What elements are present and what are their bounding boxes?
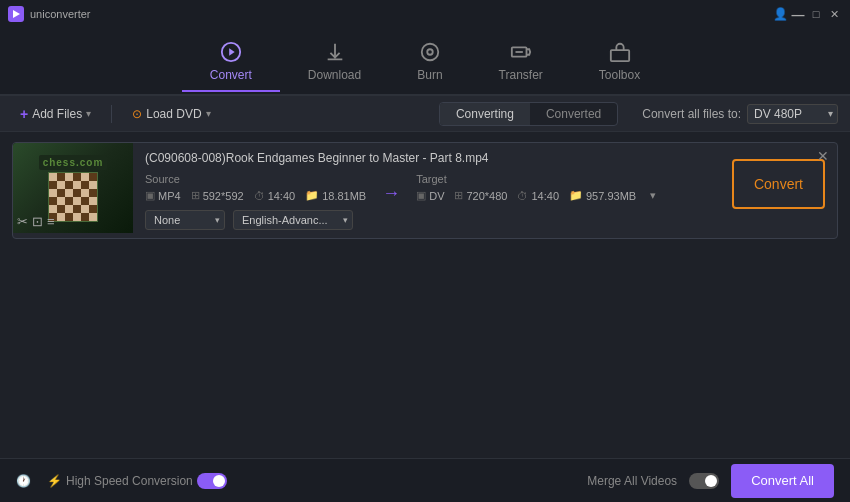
- svg-rect-7: [610, 50, 628, 61]
- load-dvd-label: Load DVD: [146, 107, 201, 121]
- target-size-icon: 📁: [569, 189, 583, 202]
- load-dvd-dropdown-icon[interactable]: ▾: [206, 108, 211, 119]
- nav-item-download[interactable]: Download: [280, 32, 389, 90]
- source-duration: ⏱ 14:40: [254, 190, 296, 202]
- nav-label-download: Download: [308, 68, 361, 82]
- file-info: (C090608-008)Rook Endgames Beginner to M…: [133, 143, 732, 238]
- close-button[interactable]: ✕: [826, 6, 842, 22]
- source-format: ▣ MP4: [145, 189, 181, 202]
- size-icon: 📁: [305, 189, 319, 202]
- svg-marker-2: [229, 48, 235, 55]
- target-format-icon: ▣: [416, 189, 426, 202]
- file-name: (C090608-008)Rook Endgames Beginner to M…: [145, 151, 720, 165]
- convert-all-button[interactable]: Convert All: [731, 464, 834, 498]
- app-title: uniconverter: [30, 8, 91, 20]
- duration-icon: ⏱: [254, 190, 265, 202]
- merge-toggle[interactable]: [689, 473, 719, 489]
- source-resolution: ⊞ 592*592: [191, 189, 244, 202]
- convert-nav-icon: [219, 40, 243, 64]
- thumbnail-controls: ✂ ⊡ ≡: [17, 214, 55, 229]
- svg-marker-0: [13, 10, 20, 18]
- speed-icon: ⚡: [47, 474, 62, 488]
- convert-all-files-group: Convert all files to: DV 480P MP4 720P M…: [642, 104, 838, 124]
- file-card: chess.com ✂ ⊡ ≡: [12, 142, 838, 239]
- format-select-wrap: DV 480P MP4 720P MP4 1080P AVI MOV: [747, 104, 838, 124]
- target-label: Target: [416, 173, 656, 185]
- source-to-target-arrow: →: [374, 183, 408, 204]
- download-nav-icon: [323, 40, 347, 64]
- user-button[interactable]: 👤: [772, 6, 788, 22]
- subtitle-audio-row: None Auto English-Advanc...: [145, 210, 720, 230]
- nav-item-convert[interactable]: Convert: [182, 32, 280, 90]
- load-dvd-button[interactable]: ⊙ Load DVD ▾: [124, 103, 218, 125]
- source-target-row: Source ▣ MP4 ⊞ 592*592 ⏱: [145, 171, 720, 204]
- convert-all-files-label: Convert all files to:: [642, 107, 741, 121]
- nav-bar: Convert Download Burn: [0, 28, 850, 96]
- source-label: Source: [145, 173, 366, 185]
- source-box: Source ▣ MP4 ⊞ 592*592 ⏱: [145, 173, 366, 202]
- target-size: 📁 957.93MB: [569, 189, 636, 202]
- minimize-button[interactable]: —: [790, 6, 806, 22]
- target-resolution: ⊞ 720*480: [454, 189, 507, 202]
- audio-select[interactable]: English-Advanc...: [233, 210, 353, 230]
- subtitle-select-wrap: None Auto: [145, 210, 225, 230]
- burn-nav-icon: [418, 40, 442, 64]
- target-meta: ▣ DV ⊞ 720*480 ⏱ 14:40: [416, 189, 656, 202]
- add-files-button[interactable]: + Add Files ▾: [12, 102, 99, 126]
- format-icon: ▣: [145, 189, 155, 202]
- toolbar-divider-1: [111, 105, 112, 123]
- add-files-label: Add Files: [32, 107, 82, 121]
- nav-label-convert: Convert: [210, 68, 252, 82]
- merge-label: Merge All Videos: [587, 474, 677, 488]
- title-bar: uniconverter 👤 — □ ✕: [0, 0, 850, 28]
- plus-icon: +: [20, 106, 28, 122]
- cut-icon[interactable]: ✂: [17, 214, 28, 229]
- toolbar: + Add Files ▾ ⊙ Load DVD ▾ Converting Co…: [0, 96, 850, 132]
- nav-label-burn: Burn: [417, 68, 442, 82]
- tab-converted[interactable]: Converted: [530, 103, 617, 125]
- bottom-bar: 🕐 ⚡ High Speed Conversion Merge All Vide…: [0, 458, 850, 502]
- convert-button[interactable]: Convert: [732, 159, 825, 209]
- svg-point-4: [427, 49, 433, 55]
- toolbox-nav-icon: [608, 40, 632, 64]
- format-select[interactable]: DV 480P MP4 720P MP4 1080P AVI MOV: [747, 104, 838, 124]
- svg-point-3: [422, 44, 439, 61]
- nav-item-burn[interactable]: Burn: [389, 32, 470, 90]
- target-duration: ⏱ 14:40: [517, 190, 559, 202]
- subtitle-select[interactable]: None Auto: [145, 210, 225, 230]
- transfer-nav-icon: [509, 40, 533, 64]
- high-speed-label: High Speed Conversion: [66, 474, 193, 488]
- dvd-icon: ⊙: [132, 107, 142, 121]
- crop-icon[interactable]: ⊡: [32, 214, 43, 229]
- nav-label-toolbox: Toolbox: [599, 68, 640, 82]
- source-meta: ▣ MP4 ⊞ 592*592 ⏱ 14:40: [145, 189, 366, 202]
- file-thumbnail: chess.com ✂ ⊡ ≡: [13, 143, 133, 233]
- bottom-right: Merge All Videos Convert All: [587, 464, 834, 498]
- converting-tabs: Converting Converted: [439, 102, 618, 126]
- resolution-icon: ⊞: [191, 189, 200, 202]
- close-card-button[interactable]: ✕: [817, 149, 829, 163]
- source-size: 📁 18.81MB: [305, 189, 366, 202]
- target-format: ▣ DV: [416, 189, 444, 202]
- nav-item-toolbox[interactable]: Toolbox: [571, 32, 668, 90]
- main-content: chess.com ✂ ⊡ ≡: [0, 132, 850, 502]
- high-speed-toggle[interactable]: [197, 473, 227, 489]
- tab-converting[interactable]: Converting: [440, 103, 530, 125]
- effects-icon[interactable]: ≡: [47, 214, 55, 229]
- maximize-button[interactable]: □: [808, 6, 824, 22]
- nav-label-transfer: Transfer: [499, 68, 543, 82]
- add-files-dropdown-icon[interactable]: ▾: [86, 108, 91, 119]
- target-resolution-icon: ⊞: [454, 189, 463, 202]
- schedule-icon: 🕐: [16, 474, 31, 488]
- high-speed-toggle-group: ⚡ High Speed Conversion: [47, 473, 227, 489]
- schedule-button[interactable]: 🕐: [16, 474, 31, 488]
- bottom-left: 🕐 ⚡ High Speed Conversion: [16, 473, 571, 489]
- target-duration-icon: ⏱: [517, 190, 528, 202]
- target-dropdown[interactable]: ▾: [650, 189, 656, 202]
- audio-select-wrap: English-Advanc...: [233, 210, 353, 230]
- nav-item-transfer[interactable]: Transfer: [471, 32, 571, 90]
- target-box: Target ▣ DV ⊞ 720*480 ⏱: [416, 173, 656, 202]
- app-logo: [8, 6, 24, 22]
